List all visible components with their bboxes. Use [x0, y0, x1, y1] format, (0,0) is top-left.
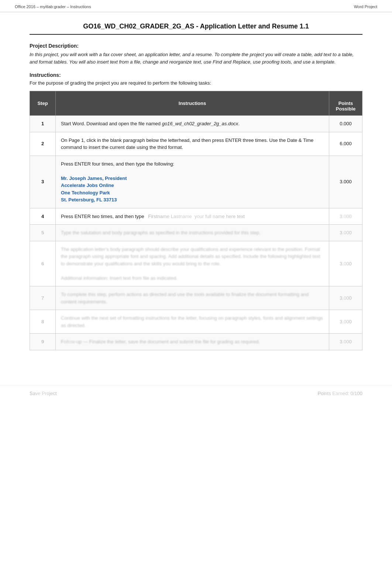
- top-bar-right: Word Project: [354, 4, 377, 9]
- step-number: 4: [30, 208, 56, 225]
- step-instructions: Follow-up — Finalize the letter, save th…: [56, 334, 329, 350]
- step-points: 0.000: [329, 116, 362, 132]
- table-row: 7 To complete this step, perform actions…: [30, 286, 362, 310]
- page: Office 2016 – myitlab:grader – Instructi…: [0, 0, 392, 575]
- step-points: 3.000: [329, 310, 362, 334]
- step-instructions: Press ENTER two times, and then type Fir…: [56, 208, 329, 225]
- content-area: GO16_WD_CH02_GRADER_2G_AS - Application …: [0, 12, 392, 374]
- header-instructions: Instructions: [56, 91, 329, 116]
- bottom-right: Points Earned: 0/100: [318, 391, 362, 396]
- step-points: 3.000: [329, 225, 362, 241]
- step-number: 8: [30, 310, 56, 334]
- table-row: 5 Type the salutation and body paragraph…: [30, 225, 362, 241]
- filename: go16_wd_ch02_grader_2g_as.docx: [162, 121, 238, 126]
- blurred-inline: Firstname Lastname your full name here t…: [145, 213, 247, 220]
- blurred-instructions: The application letter's body paragraph …: [61, 246, 324, 282]
- step-points: 3.000: [329, 208, 362, 225]
- step-points: 3.000: [329, 334, 362, 350]
- blurred-instructions: Type the salutation and body paragraphs …: [61, 229, 324, 237]
- step-number: 2: [30, 132, 56, 156]
- blurred-instructions: Continue with the next set of formatting…: [61, 314, 324, 329]
- top-bar-left: Office 2016 – myitlab:grader – Instructi…: [15, 4, 91, 9]
- instructions-intro: For the purpose of grading the project y…: [30, 80, 362, 86]
- table-row: 1 Start Word. Download and open the file…: [30, 116, 362, 132]
- step-instructions: Press ENTER four times, and then type th…: [56, 156, 329, 208]
- step-instructions: To complete this step, perform actions a…: [56, 286, 329, 310]
- top-bar: Office 2016 – myitlab:grader – Instructi…: [0, 0, 392, 12]
- bottom-bar: Save Project Points Earned: 0/100: [0, 385, 392, 401]
- table-header-row: Step Instructions Points Possible: [30, 91, 362, 116]
- step-points: 6.000: [329, 132, 362, 156]
- step-number: 3: [30, 156, 56, 208]
- step-points: 3.000: [329, 156, 362, 208]
- table-row: 6 The application letter's body paragrap…: [30, 241, 362, 286]
- step-instructions: Continue with the next set of formatting…: [56, 310, 329, 334]
- step-blue-text: Mr. Joseph James, President Accelerate J…: [61, 175, 324, 204]
- page-title: GO16_WD_CH02_GRADER_2G_AS - Application …: [30, 23, 362, 35]
- step-points: 3.000: [329, 286, 362, 310]
- instructions-table: Step Instructions Points Possible 1 Star…: [30, 91, 362, 350]
- table-row: 8 Continue with the next set of formatti…: [30, 310, 362, 334]
- step-prefix: Press ENTER four times, and then type th…: [61, 160, 324, 168]
- blurred-instructions: Follow-up — Finalize the letter, save th…: [61, 338, 324, 346]
- step-number: 9: [30, 334, 56, 350]
- step-instructions: On Page 1, click in the blank paragraph …: [56, 132, 329, 156]
- step-number: 5: [30, 225, 56, 241]
- step-number: 6: [30, 241, 56, 286]
- table-row: 3 Press ENTER four times, and then type …: [30, 156, 362, 208]
- project-description-heading: Project Description:: [30, 43, 362, 49]
- step-instructions: Start Word. Download and open the file n…: [56, 116, 329, 132]
- bottom-left: Save Project: [30, 391, 57, 396]
- project-description: In this project, you will work with a fa…: [30, 51, 362, 65]
- step-number: 1: [30, 116, 56, 132]
- step-instructions: The application letter's body paragraph …: [56, 241, 329, 286]
- step-instructions: Type the salutation and body paragraphs …: [56, 225, 329, 241]
- table-row: 9 Follow-up — Finalize the letter, save …: [30, 334, 362, 350]
- header-points: Points Possible: [329, 91, 362, 116]
- header-step: Step: [30, 91, 56, 116]
- instructions-heading: Instructions:: [30, 72, 362, 78]
- blurred-instructions: To complete this step, perform actions a…: [61, 291, 324, 305]
- step-points: 3.000: [329, 241, 362, 286]
- step-number: 7: [30, 286, 56, 310]
- table-row: 2 On Page 1, click in the blank paragrap…: [30, 132, 362, 156]
- table-row: 4 Press ENTER two times, and then type F…: [30, 208, 362, 225]
